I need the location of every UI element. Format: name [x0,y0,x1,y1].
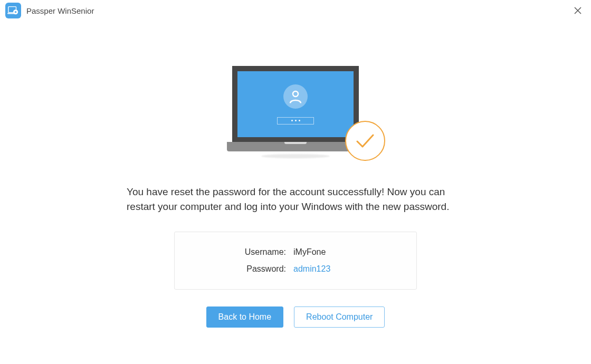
laptop-screen [237,71,354,137]
reboot-button[interactable]: Reboot Computer [294,306,385,328]
laptop-notch [284,142,307,144]
action-buttons: Back to Home Reboot Computer [206,306,385,328]
back-home-button[interactable]: Back to Home [206,306,283,328]
username-value: iMyFone [293,247,326,257]
password-row: Password: admin123 [175,261,416,277]
close-icon [574,7,582,14]
app-title: Passper WinSenior [26,6,570,15]
password-dots-icon [277,117,314,124]
close-button[interactable] [570,3,586,18]
success-check-icon [345,121,385,161]
svg-point-3 [293,91,298,97]
user-avatar-icon [283,84,308,109]
main-content: You have reset the password for the acco… [0,21,591,328]
laptop-shadow [261,154,330,158]
app-logo-icon [5,3,21,18]
success-illustration [227,66,364,158]
username-row: Username: iMyFone [175,244,416,261]
credentials-box: Username: iMyFone Password: admin123 [174,232,417,290]
titlebar: Passper WinSenior [0,0,591,21]
username-label: Username: [175,247,293,257]
password-value: admin123 [293,264,330,274]
success-message: You have reset the password for the acco… [127,185,464,214]
password-label: Password: [175,264,293,274]
